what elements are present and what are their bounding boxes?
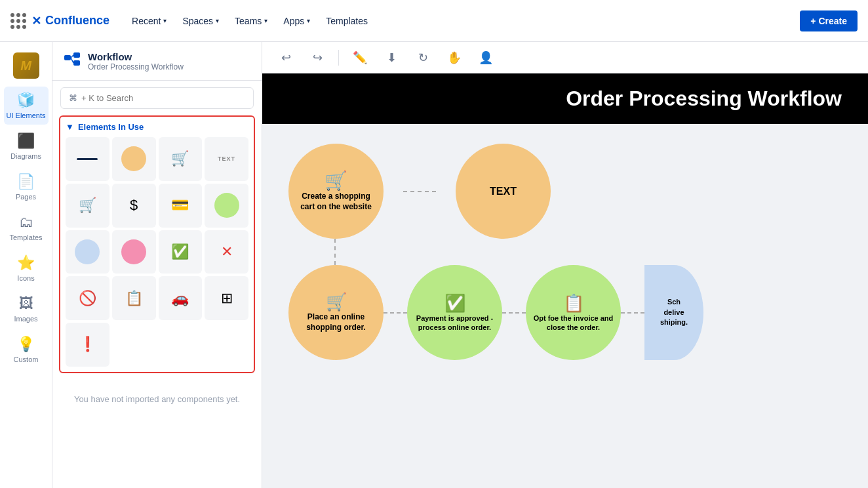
element-circle-orange[interactable] <box>112 137 156 181</box>
invoice-text: Opt foe the invoice and close the order. <box>526 314 621 333</box>
user-avatar[interactable]: M <box>13 52 39 79</box>
panel-header: Workflow Order Processing Workflow <box>52 42 262 81</box>
edit-button[interactable]: ✏️ <box>349 47 370 68</box>
app-grid-icon[interactable] <box>10 13 26 29</box>
element-dollar[interactable]: $ <box>112 184 156 228</box>
node-invoice[interactable]: 📋 Opt foe the invoice and close the orde… <box>526 265 621 360</box>
sidebar-item-icons[interactable]: ⭐ Icons <box>4 249 49 287</box>
node-cart-create-wrapper: 🛒 Create a shopping cart on the website <box>288 144 384 239</box>
create-button[interactable]: + Create <box>800 10 858 31</box>
node-payment-wrapper: ✅ Payment is approved - process online o… <box>407 265 502 360</box>
nav-spaces[interactable]: Spaces▾ <box>176 12 226 30</box>
invoice-icon: 📋 <box>563 293 584 314</box>
node-delivery-wrapper: Schdeliveshiping. <box>644 265 703 360</box>
connector-h-3 <box>502 312 526 314</box>
confluence-logo[interactable]: ✕ Confluence <box>31 14 109 28</box>
node-invoice-wrapper: 📋 Opt foe the invoice and close the orde… <box>526 265 621 360</box>
nav-templates[interactable]: Templates <box>319 12 374 30</box>
element-close[interactable]: ✕ <box>205 230 248 274</box>
delivery-text: Schdeliveshiping. <box>655 295 693 330</box>
element-grid[interactable]: ⊞ <box>205 276 248 320</box>
images-icon: 🖼 <box>19 295 33 312</box>
svg-rect-1 <box>73 52 80 58</box>
canvas-toolbar: ↩ ↪ ✏️ ⬇ ↻ ✋ 👤 <box>262 42 868 73</box>
sidebar-item-templates[interactable]: 🗂 Templates <box>4 209 49 247</box>
text-node-label: TEXT <box>490 186 517 197</box>
sidebar-item-custom[interactable]: 💡 Custom <box>4 331 49 369</box>
workflow-icon <box>63 50 81 72</box>
connector-v-1 <box>334 239 336 265</box>
undo-button[interactable]: ↩ <box>275 47 296 68</box>
node-text[interactable]: TEXT <box>456 144 551 239</box>
element-text[interactable]: TEXT <box>205 137 248 181</box>
element-circle-green[interactable] <box>205 184 248 228</box>
pages-icon: 📄 <box>17 173 35 190</box>
payment-icon: ✅ <box>444 293 465 314</box>
svg-rect-2 <box>73 60 80 66</box>
left-panel: Workflow Order Processing Workflow ⌘ ▼ E… <box>52 42 262 488</box>
element-line[interactable] <box>66 137 109 181</box>
workflow-row-1: 🛒 Create a shopping cart on the website … <box>288 144 842 239</box>
search-input[interactable] <box>81 93 245 103</box>
node-online-order-wrapper: 🛒 Place an online shopping order. <box>288 265 384 360</box>
canvas-area: ↩ ↪ ✏️ ⬇ ↻ ✋ 👤 Order Processing Workflow <box>262 42 868 488</box>
online-order-text: Place an online shopping order. <box>288 312 384 333</box>
svg-line-4 <box>71 58 73 63</box>
element-block[interactable]: 🚫 <box>66 276 109 320</box>
cart-create-icon: 🛒 <box>325 170 347 192</box>
import-note: You have not imported any components yet… <box>52 378 262 420</box>
nav-teams[interactable]: Teams▾ <box>228 12 274 30</box>
cart-create-text: Create a shopping cart on the website <box>288 192 384 212</box>
node-text-wrapper: TEXT <box>456 144 551 239</box>
diagrams-icon: ⬛ <box>17 132 35 150</box>
element-clipboard[interactable]: 📋 <box>112 276 156 320</box>
connector-h-2 <box>384 312 407 314</box>
element-card[interactable]: 💳 <box>159 184 203 228</box>
ui-elements-icon: 🧊 <box>17 92 35 109</box>
refresh-button[interactable]: ↻ <box>412 47 433 68</box>
sidebar-item-ui-elements[interactable]: 🧊 UI Elements <box>4 87 49 125</box>
node-online-order[interactable]: 🛒 Place an online shopping order. <box>288 265 384 360</box>
element-circle-blue[interactable] <box>66 230 109 274</box>
search-icon: ⌘ <box>69 93 77 103</box>
toolbar-sep-1 <box>338 50 339 66</box>
node-payment[interactable]: ✅ Payment is approved - process online o… <box>407 265 502 360</box>
templates-icon: 🗂 <box>19 214 33 231</box>
element-circle-pink[interactable] <box>112 230 156 274</box>
search-bar[interactable]: ⌘ <box>60 87 254 109</box>
sidebar-item-images[interactable]: 🖼 Images <box>4 290 49 328</box>
payment-text: Payment is approved - process online ord… <box>407 314 502 333</box>
sidebar-item-pages[interactable]: 📄 Pages <box>4 168 49 206</box>
user-button[interactable]: 👤 <box>475 47 496 68</box>
node-cart-create[interactable]: 🛒 Create a shopping cart on the website <box>288 144 384 239</box>
element-cart[interactable]: 🛒 <box>159 137 203 181</box>
main-layout: M 🧊 UI Elements ⬛ Diagrams 📄 Pages 🗂 Tem… <box>0 42 868 488</box>
nav-apps[interactable]: Apps▾ <box>277 12 317 30</box>
elements-in-use-section: ▼ Elements In Use 🛒 TEXT <box>59 115 255 373</box>
element-cart-add[interactable]: 🛒 <box>66 184 109 228</box>
top-nav: ✕ Confluence Recent▾ Spaces▾ Teams▾ Apps… <box>0 0 868 42</box>
element-checkmark[interactable]: ✅ <box>159 230 203 274</box>
element-warning[interactable]: ❗ <box>66 323 109 367</box>
nav-recent[interactable]: Recent▾ <box>125 12 173 30</box>
collapse-icon[interactable]: ▼ <box>66 122 74 132</box>
redo-button[interactable]: ↪ <box>307 47 328 68</box>
workflow-title: Order Processing Workflow <box>566 87 842 110</box>
custom-icon: 💡 <box>17 336 35 353</box>
svg-rect-0 <box>64 55 71 60</box>
elements-section-title: Elements In Use <box>78 122 144 132</box>
element-car[interactable]: 🚗 <box>159 276 203 320</box>
pan-button[interactable]: ✋ <box>444 47 465 68</box>
elements-grid: 🛒 TEXT 🛒 $ 💳 <box>66 137 248 367</box>
connector-h-4 <box>621 312 644 314</box>
nav-links: Recent▾ Spaces▾ Teams▾ Apps▾ Templates <box>125 12 374 30</box>
workflow-row-2: 🛒 Place an online shopping order. ✅ Paym… <box>288 265 842 360</box>
sidebar-item-diagrams[interactable]: ⬛ Diagrams <box>4 127 49 165</box>
svg-line-3 <box>71 55 73 58</box>
workflow-title-bar: Order Processing Workflow <box>262 73 868 124</box>
icons-icon: ⭐ <box>17 254 35 272</box>
connector-h-1 <box>403 191 436 192</box>
icon-sidebar: M 🧊 UI Elements ⬛ Diagrams 📄 Pages 🗂 Tem… <box>0 42 52 488</box>
logo-icon: ✕ <box>31 14 41 28</box>
download-button[interactable]: ⬇ <box>381 47 402 68</box>
